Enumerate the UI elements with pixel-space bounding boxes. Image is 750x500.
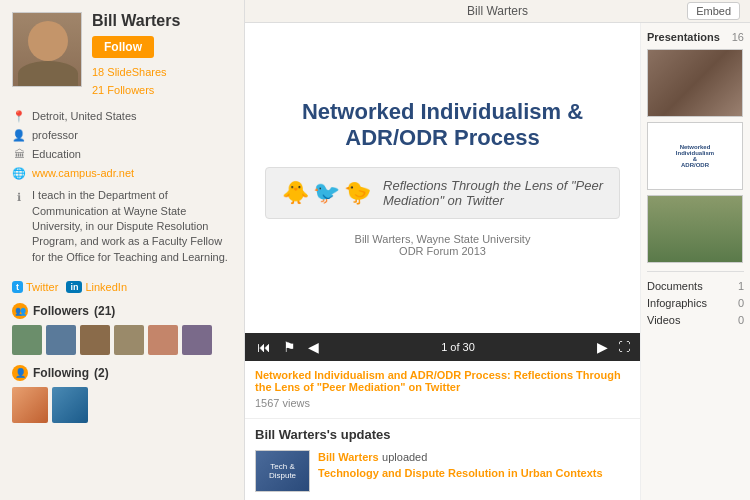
slide-subtitle-text: Reflections Through the Lens of "Peer Me… xyxy=(383,178,603,208)
prev-button[interactable]: ◀ xyxy=(306,339,321,355)
follower-avatar-6[interactable] xyxy=(182,325,212,355)
linkedin-badge: in xyxy=(66,281,82,293)
twitter-badge: t xyxy=(12,281,23,293)
following-avatar-2[interactable] xyxy=(52,387,88,423)
twitter-label: Twitter xyxy=(26,281,58,293)
linkedin-link[interactable]: in LinkedIn xyxy=(66,281,127,293)
videos-count: 0 xyxy=(738,314,744,326)
bio-text: I teach in the Department of Communicati… xyxy=(32,188,232,265)
presentation-thumb-1[interactable] xyxy=(647,49,743,117)
follower-avatar-2[interactable] xyxy=(46,325,76,355)
update-action: uploaded xyxy=(382,451,427,463)
follower-avatar-4[interactable] xyxy=(114,325,144,355)
profile-info: Bill Warters Follow 18 SlideShares 21 Fo… xyxy=(92,12,232,99)
slide-views: 1567 views xyxy=(255,397,310,409)
presentation-thumb-3[interactable] xyxy=(647,195,743,263)
field-text: Education xyxy=(32,148,81,160)
update-content-link[interactable]: Technology and Dispute Resolution in Urb… xyxy=(318,467,630,479)
website-item: 🌐 www.campus-adr.net xyxy=(12,166,232,180)
right-sidebar: Presentations 16 NetworkedIndividualism&… xyxy=(640,23,750,500)
location-icon: 📍 xyxy=(12,109,26,123)
update-thumbnail: Tech & Dispute xyxy=(255,450,310,492)
author-line2: ODR Forum 2013 xyxy=(355,245,531,257)
profile-header: Bill Warters Follow 18 SlideShares 21 Fo… xyxy=(12,12,232,99)
main-content: Bill Warters Embed Networked Individuali… xyxy=(245,0,750,500)
documents-row: Documents 1 xyxy=(647,280,744,292)
stats: 18 SlideShares 21 Followers xyxy=(92,64,232,99)
documents-count: 1 xyxy=(738,280,744,292)
subtitle-line1: Reflections Through the Lens of "Peer xyxy=(383,178,603,193)
rewind-button[interactable]: ⏮ xyxy=(255,339,273,355)
update-item: Tech & Dispute Bill Warters uploaded Tec… xyxy=(255,450,630,492)
slide-container: Networked Individualism & ADR/ODR Proces… xyxy=(245,23,640,333)
followers-label: Followers xyxy=(33,304,89,318)
presentation-thumb-2[interactable]: NetworkedIndividualism&ADR/ODR xyxy=(647,122,743,190)
followers-link[interactable]: 21 Followers xyxy=(92,82,232,100)
linkedin-label: LinkedIn xyxy=(85,281,127,293)
slideshares-link[interactable]: 18 SlideShares xyxy=(92,64,232,82)
fullscreen-button[interactable]: ⛶ xyxy=(618,340,630,354)
social-links: t Twitter in LinkedIn xyxy=(12,281,232,293)
twitter-link[interactable]: t Twitter xyxy=(12,281,58,293)
content-area: Networked Individualism & ADR/ODR Proces… xyxy=(245,23,750,500)
following-icon: 👤 xyxy=(12,365,28,381)
presentations-label: Presentations xyxy=(647,31,720,43)
following-section-title: 👤 Following (2) xyxy=(12,365,232,381)
next-button[interactable]: ▶ xyxy=(595,339,610,355)
updates-title: Bill Warters's updates xyxy=(255,427,630,442)
duck-icon-2: 🐦 xyxy=(313,180,340,206)
profile-name: Bill Warters xyxy=(92,12,232,30)
update-user-link[interactable]: Bill Warters xyxy=(318,451,379,463)
videos-row: Videos 0 xyxy=(647,314,744,326)
bookmark-button[interactable]: ⚑ xyxy=(281,339,298,355)
following-avatars xyxy=(12,387,232,423)
following-label: Following xyxy=(33,366,89,380)
updates-section: Bill Warters's updates Tech & Dispute Bi… xyxy=(245,419,640,500)
field-item: 🏛 Education xyxy=(12,147,232,161)
slide-content: Networked Individualism & ADR/ODR Proces… xyxy=(245,23,640,333)
duck-icon-1: 🐥 xyxy=(282,180,309,206)
followers-section-title: 👥 Followers (21) xyxy=(12,303,232,319)
bio-icon: ℹ xyxy=(12,190,26,204)
presenter-name: Bill Warters xyxy=(467,4,528,18)
follower-avatar-3[interactable] xyxy=(80,325,110,355)
slide-ducks: 🐥 🐦 🐤 xyxy=(282,180,371,206)
slide-author: Bill Warters, Wayne State University ODR… xyxy=(355,233,531,257)
embed-button[interactable]: Embed xyxy=(687,2,740,20)
follow-button[interactable]: Follow xyxy=(92,36,154,58)
slide-title: Networked Individualism & ADR/ODR Proces… xyxy=(265,99,620,152)
documents-label: Documents xyxy=(647,280,703,292)
website-link[interactable]: www.campus-adr.net xyxy=(32,167,134,179)
meta-items: 📍 Detroit, United States 👤 professor 🏛 E… xyxy=(12,109,232,180)
bio-item: ℹ I teach in the Department of Communica… xyxy=(12,188,232,273)
role-icon: 👤 xyxy=(12,128,26,142)
slide-subtitle-box: 🐥 🐦 🐤 Reflections Through the Lens of "P… xyxy=(265,167,620,219)
thumb1-content xyxy=(648,50,742,116)
website-icon: 🌐 xyxy=(12,166,26,180)
slide-info-title[interactable]: Networked Individualism and ADR/ODR Proc… xyxy=(255,369,630,393)
presentations-header: Presentations 16 xyxy=(647,31,744,43)
location-item: 📍 Detroit, United States xyxy=(12,109,232,123)
sidebar-divider xyxy=(647,271,744,272)
slide-counter: 1 of 30 xyxy=(329,341,587,353)
subtitle-line2: Mediation" on Twitter xyxy=(383,193,603,208)
role-item: 👤 professor xyxy=(12,128,232,142)
sidebar: Bill Warters Follow 18 SlideShares 21 Fo… xyxy=(0,0,245,500)
location-text: Detroit, United States xyxy=(32,110,137,122)
following-count: (2) xyxy=(94,366,109,380)
avatar xyxy=(12,12,82,87)
following-avatar-1[interactable] xyxy=(12,387,48,423)
follower-avatar-5[interactable] xyxy=(148,325,178,355)
update-thumb-content: Tech & Dispute xyxy=(256,451,309,491)
thumb3-content xyxy=(648,196,742,262)
follower-avatar-1[interactable] xyxy=(12,325,42,355)
infographics-row: Infographics 0 xyxy=(647,297,744,309)
thumb2-content: NetworkedIndividualism&ADR/ODR xyxy=(648,123,742,189)
followers-icon: 👥 xyxy=(12,303,28,319)
slide-info: Networked Individualism and ADR/ODR Proc… xyxy=(245,361,640,419)
slide-controls: ⏮ ⚑ ◀ 1 of 30 ▶ ⛶ xyxy=(245,333,640,361)
role-text: professor xyxy=(32,129,78,141)
field-icon: 🏛 xyxy=(12,147,26,161)
top-bar: Bill Warters Embed xyxy=(245,0,750,23)
infographics-label: Infographics xyxy=(647,297,707,309)
